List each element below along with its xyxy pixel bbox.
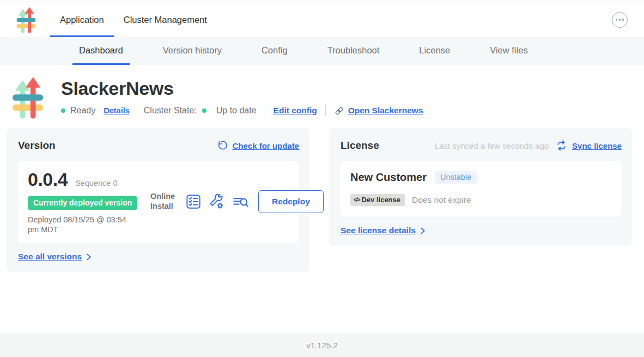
install-type-label: Online Install bbox=[150, 192, 178, 211]
more-options-icon[interactable] bbox=[612, 12, 628, 28]
tab-application[interactable]: Application bbox=[50, 2, 114, 37]
page-title: SlackerNews bbox=[61, 78, 423, 99]
deploy-logs-icon[interactable] bbox=[233, 194, 249, 209]
edit-config-link[interactable]: Edit config bbox=[274, 106, 317, 116]
last-synced-text: Last synced a few seconds ago bbox=[435, 141, 549, 150]
app-status-text: Ready bbox=[70, 106, 95, 116]
console-version: v1.125.2 bbox=[306, 341, 338, 350]
tab-troubleshoot[interactable]: Troubleshoot bbox=[321, 37, 386, 65]
refresh-icon bbox=[216, 140, 227, 151]
version-card-title: Version bbox=[18, 140, 56, 152]
tab-dashboard[interactable]: Dashboard bbox=[72, 37, 130, 65]
chevron-right-icon bbox=[419, 227, 426, 235]
see-all-versions-link[interactable]: See all versions bbox=[18, 252, 82, 262]
app-logo-icon bbox=[16, 7, 36, 33]
license-card: License Last synced a few seconds ago Sy… bbox=[329, 128, 632, 246]
cluster-state-label: Cluster State: bbox=[144, 106, 197, 116]
tab-license[interactable]: License bbox=[412, 37, 457, 65]
license-type-badge: </> Dev license bbox=[350, 194, 405, 206]
app-status-dot bbox=[61, 108, 65, 113]
see-license-details-link[interactable]: See license details bbox=[341, 226, 416, 235]
link-icon bbox=[334, 106, 344, 116]
open-app-label: Open Slackernews bbox=[348, 106, 423, 116]
tab-version-history[interactable]: Version history bbox=[156, 37, 228, 65]
cluster-state-text: Up to date bbox=[216, 106, 257, 116]
console-footer: v1.125.2 bbox=[0, 333, 644, 357]
app-logo-large-icon bbox=[12, 76, 44, 120]
sync-license-link[interactable]: Sync license bbox=[572, 141, 622, 150]
top-header: Application Cluster Management bbox=[0, 2, 644, 37]
channel-badge: Unstable bbox=[435, 171, 477, 184]
cluster-state-dot bbox=[202, 108, 206, 113]
version-number: 0.0.4 bbox=[28, 169, 68, 190]
current-version-panel: 0.0.4 Sequence 0 Currently deployed vers… bbox=[18, 161, 299, 243]
version-card: Version Check for update 0.0.4 Sequence … bbox=[7, 128, 309, 272]
tab-config[interactable]: Config bbox=[255, 37, 294, 65]
divider bbox=[325, 105, 326, 116]
license-details-panel: New Customer Unstable </> Dev license Do… bbox=[341, 161, 622, 216]
preflight-checks-icon[interactable] bbox=[186, 194, 201, 209]
sync-icon bbox=[556, 140, 567, 151]
license-expiry-text: Does not expire bbox=[412, 195, 471, 205]
open-app-link[interactable]: Open Slackernews bbox=[334, 106, 423, 116]
code-icon: </> bbox=[354, 197, 360, 203]
deployed-badge: Currently deployed version bbox=[28, 196, 137, 210]
status-details-link[interactable]: Details bbox=[104, 106, 130, 115]
tab-view-files[interactable]: View files bbox=[483, 37, 534, 65]
customer-name: New Customer bbox=[350, 171, 427, 184]
app-header: SlackerNews Ready Details Cluster State:… bbox=[0, 65, 644, 120]
license-type-label: Dev license bbox=[361, 196, 400, 204]
version-sequence: Sequence 0 bbox=[75, 179, 117, 187]
app-subnav: Dashboard Version history Config Trouble… bbox=[0, 37, 644, 65]
tab-cluster-management[interactable]: Cluster Management bbox=[114, 2, 217, 37]
chevron-right-icon bbox=[85, 253, 92, 261]
redeploy-button[interactable]: Redeploy bbox=[258, 190, 324, 213]
license-card-title: License bbox=[341, 140, 379, 152]
app-status-row: Ready Details Cluster State: Up to date … bbox=[61, 105, 423, 116]
header-tabs: Application Cluster Management bbox=[50, 2, 217, 37]
divider bbox=[265, 105, 265, 116]
config-wrench-icon[interactable] bbox=[209, 194, 224, 209]
deployed-timestamp: Deployed 08/15/25 @ 03:54 pm MDT bbox=[28, 215, 137, 234]
check-for-update-link[interactable]: Check for update bbox=[232, 141, 299, 150]
